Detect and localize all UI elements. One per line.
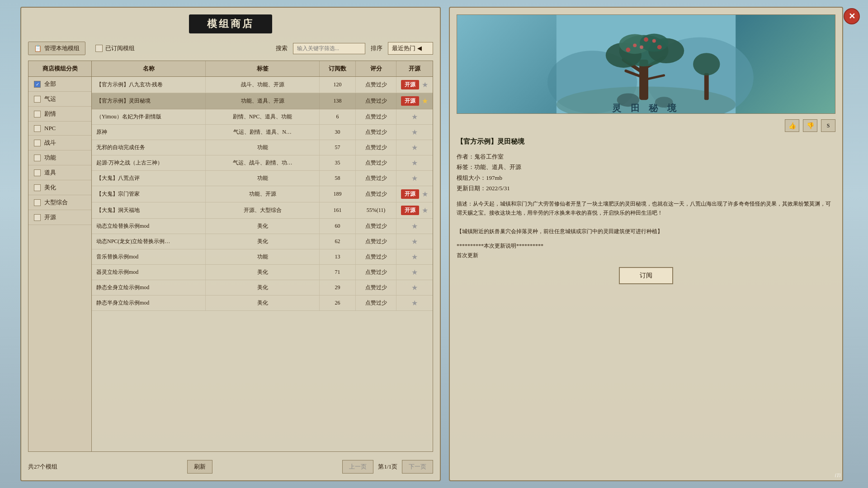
table-row[interactable]: 动态NPC(龙女)立绘替换示例…美化62点赞过少★ (92, 234, 433, 249)
mod-opensource-cell: ★ (396, 280, 433, 295)
subscribe-button[interactable]: 订阅 (619, 267, 673, 284)
category-item-战斗[interactable]: 战斗 (28, 136, 91, 150)
steam-icon: S (827, 122, 830, 129)
category-checkbox-NPC[interactable] (34, 125, 41, 132)
mod-tags-cell: 剧情、NPC、道具、功能 (206, 109, 320, 124)
svg-point-14 (626, 47, 630, 52)
manage-icon: 📋 (34, 45, 42, 52)
mod-score-cell: 点赞过少 (356, 265, 396, 280)
table-row[interactable]: 静态半身立绘示例mod美化26点赞过少★ (92, 296, 433, 311)
mod-subs-cell: 161 (320, 202, 356, 218)
col-name: 名称 (92, 61, 206, 76)
category-checkbox-开源[interactable] (34, 214, 41, 221)
category-item-剧情[interactable]: 剧情 (28, 107, 91, 122)
category-item-气运[interactable]: 气运 (28, 92, 91, 107)
top-controls: 📋 管理本地模组 已订阅模组 搜索 排序 最近热门 ◀ (28, 42, 433, 55)
star-button[interactable]: ★ (411, 159, 418, 167)
mod-tags-cell: 美化 (206, 234, 320, 249)
table-row[interactable]: 无邪的自动完成任务功能57点赞过少★ (92, 140, 433, 155)
star-button[interactable]: ★ (411, 299, 418, 307)
star-button[interactable]: ★ (411, 237, 418, 246)
category-item-NPC[interactable]: NPC (28, 122, 91, 136)
mod-score-cell: 点赞过少 (356, 296, 396, 310)
table-row[interactable]: 器灵立绘示例mod美化71点赞过少★ (92, 265, 433, 280)
category-checkbox-功能[interactable] (34, 155, 41, 161)
star-button[interactable]: ★ (411, 268, 418, 277)
mod-tags-cell: 功能 (206, 249, 320, 264)
mod-opensource-cell: ★ (396, 219, 433, 234)
mod-name-cell: 【大鬼】宗门管家 (92, 186, 206, 202)
table-row[interactable]: 【大鬼】洞天福地开源、大型综合16155%(11)开源★ (92, 202, 433, 219)
table-row[interactable]: 起源·万神之战（上古三神）气运、战斗、剧情、功…35点赞过少★ (92, 155, 433, 171)
category-item-道具[interactable]: 道具 (28, 165, 91, 180)
mod-score-cell: 55%(11) (356, 202, 396, 218)
category-item-全部[interactable]: 全部 (28, 77, 91, 92)
table-row[interactable]: 音乐替换示例mod功能13点赞过少★ (92, 249, 433, 265)
manage-local-mods-button[interactable]: 📋 管理本地模组 (28, 42, 85, 55)
star-button[interactable]: ★ (411, 253, 418, 261)
svg-point-16 (657, 45, 662, 49)
like-button[interactable]: 👍 (785, 119, 799, 132)
subscribed-filter[interactable]: 已订阅模组 (95, 44, 135, 52)
category-checkbox-气运[interactable] (34, 96, 41, 103)
category-item-开源[interactable]: 开源 (28, 210, 91, 225)
table-row[interactable]: 原神气运、剧情、道具、N…30点赞过少★ (92, 125, 433, 140)
mod-name-cell: 无邪的自动完成任务 (92, 140, 206, 155)
close-icon: ✕ (849, 11, 855, 21)
subscribed-checkbox[interactable] (95, 45, 103, 52)
watermark: iTi (835, 472, 841, 479)
mod-name-cell: 【官方示例】八九玄功·残卷 (92, 77, 206, 93)
star-button[interactable]: ★ (422, 206, 428, 215)
table-row[interactable]: 动态立绘替换示例mod美化60点赞过少★ (92, 219, 433, 234)
category-checkbox-剧情[interactable] (34, 111, 41, 117)
dislike-button[interactable]: 👎 (803, 119, 817, 132)
category-label-美化: 美化 (44, 183, 56, 192)
table-row[interactable]: （Yimou）名妃为伴·剧情版剧情、NPC、道具、功能6点赞过少★ (92, 109, 433, 125)
table-row[interactable]: 【官方示例】灵田秘境功能、道具、开源138点赞过少开源★ (92, 93, 433, 109)
category-item-功能[interactable]: 功能 (28, 150, 91, 165)
mod-tags-cell: 功能、道具、开源 (206, 93, 320, 109)
open-source-badge: 开源 (401, 80, 419, 89)
star-button[interactable]: ★ (411, 174, 418, 183)
category-checkbox-大型综合[interactable] (34, 199, 41, 206)
prev-page-button[interactable]: 上一页 (342, 460, 373, 474)
right-panel: 灵 田 秘 境 👍 👎 S 【官方示例】灵田秘境 作者：鬼谷工作室 标签：功能、… (449, 7, 843, 481)
star-button[interactable]: ★ (411, 128, 418, 136)
star-button[interactable]: ★ (411, 143, 418, 152)
mod-opensource-cell: 开源★ (396, 202, 433, 218)
table-row[interactable]: 【大鬼】宗门管家功能、开源189点赞过少开源★ (92, 186, 433, 202)
close-button[interactable]: ✕ (844, 8, 860, 24)
table-row[interactable]: 【官方示例】八九玄功·残卷战斗、功能、开源120点赞过少开源★ (92, 77, 433, 93)
like-icon: 👍 (788, 122, 796, 130)
svg-point-19 (640, 45, 643, 49)
sort-dropdown[interactable]: 最近热门 ◀ (388, 42, 433, 55)
svg-point-21 (693, 53, 720, 75)
mod-subs-cell: 189 (320, 186, 356, 202)
next-page-button[interactable]: 下一页 (402, 460, 433, 474)
star-button[interactable]: ★ (422, 80, 428, 89)
search-input[interactable] (293, 43, 365, 54)
mod-author: 作者：鬼谷工作室 (457, 151, 835, 162)
steam-button[interactable]: S (821, 119, 835, 132)
mod-tags-cell: 开源、大型综合 (206, 202, 320, 218)
star-button[interactable]: ★ (422, 97, 428, 105)
category-checkbox-道具[interactable] (34, 169, 41, 176)
mod-opensource-cell: ★ (396, 249, 433, 264)
star-button[interactable]: ★ (422, 190, 428, 198)
star-button[interactable]: ★ (411, 113, 418, 121)
category-checkbox-战斗[interactable] (34, 140, 41, 146)
mod-name-cell: 起源·万神之战（上古三神） (92, 155, 206, 170)
table-row[interactable]: 【大鬼】八荒点评功能58点赞过少★ (92, 171, 433, 186)
mod-name-cell: 静态全身立绘示例mod (92, 280, 206, 295)
category-checkbox-全部[interactable] (34, 81, 41, 88)
dislike-icon: 👎 (807, 122, 814, 130)
table-row[interactable]: 静态全身立绘示例mod美化29点赞过少★ (92, 280, 433, 296)
category-item-大型综合[interactable]: 大型综合 (28, 195, 91, 210)
star-button[interactable]: ★ (411, 222, 418, 230)
category-item-美化[interactable]: 美化 (28, 180, 91, 195)
category-checkbox-美化[interactable] (34, 184, 41, 191)
refresh-button[interactable]: 刷新 (187, 460, 212, 474)
star-button[interactable]: ★ (411, 283, 418, 292)
mod-score-cell: 点赞过少 (356, 249, 396, 264)
mod-score-cell: 点赞过少 (356, 186, 396, 202)
